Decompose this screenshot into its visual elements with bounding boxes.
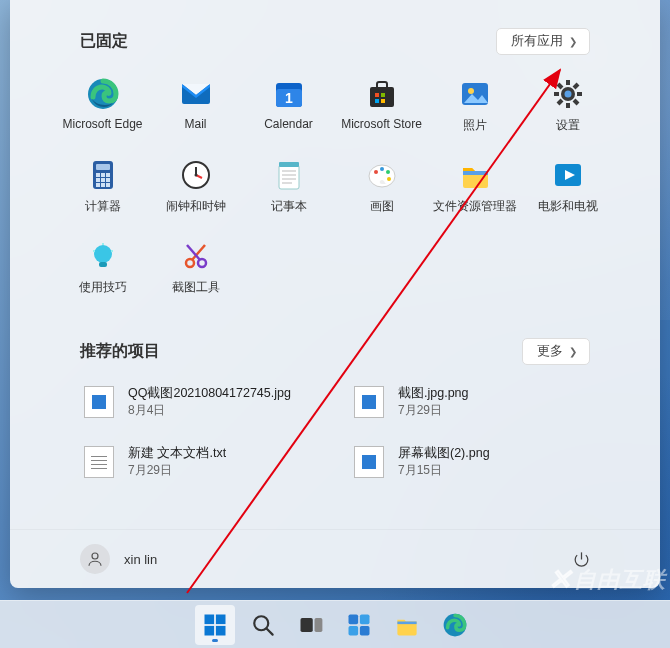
taskbar	[0, 600, 670, 648]
pinned-section-header: 已固定 所有应用 ❯	[10, 0, 660, 71]
taskbar-edge-button[interactable]	[435, 605, 475, 645]
start-menu-panel: 已固定 所有应用 ❯ Microsoft Edge Mail Calendar …	[10, 0, 660, 588]
pinned-app-notepad[interactable]: 记事本	[242, 152, 335, 221]
all-apps-button[interactable]: 所有应用 ❯	[496, 28, 590, 55]
file-name: 屏幕截图(2).png	[398, 445, 490, 462]
pinned-app-tips[interactable]: 使用技巧	[56, 233, 149, 302]
file-thumbnail-icon	[84, 446, 114, 478]
store-icon	[365, 77, 399, 111]
pinned-app-photos[interactable]: 照片	[428, 71, 521, 140]
pinned-app-store[interactable]: Microsoft Store	[335, 71, 428, 140]
chevron-right-icon: ❯	[569, 346, 577, 357]
app-label: Microsoft Store	[341, 117, 422, 131]
file-thumbnail-icon	[84, 386, 114, 418]
pinned-apps-grid: Microsoft Edge Mail Calendar Microsoft S…	[10, 71, 660, 302]
user-name-label: xin lin	[124, 552, 157, 567]
pinned-app-edge[interactable]: Microsoft Edge	[56, 71, 149, 140]
file-date: 7月29日	[128, 462, 226, 479]
recommended-item[interactable]: 截图.jpg.png 7月29日	[350, 381, 590, 423]
movies-icon	[551, 158, 585, 192]
pinned-app-snip[interactable]: 截图工具	[149, 233, 242, 302]
pinned-app-movies[interactable]: 电影和电视	[521, 152, 614, 221]
photos-icon	[458, 77, 492, 111]
more-label: 更多	[537, 343, 563, 360]
app-label: 截图工具	[172, 279, 220, 296]
explorer-icon	[458, 158, 492, 192]
app-label: 计算器	[85, 198, 121, 215]
pinned-app-explorer[interactable]: 文件资源管理器	[428, 152, 521, 221]
svg-point-0	[92, 553, 98, 559]
file-date: 7月29日	[398, 402, 468, 419]
widgets-icon	[345, 611, 373, 639]
notepad-icon	[272, 158, 306, 192]
paint-icon	[365, 158, 399, 192]
taskbar-search-button[interactable]	[243, 605, 283, 645]
calendar-icon	[272, 77, 306, 111]
app-label: 照片	[463, 117, 487, 134]
pinned-app-calendar[interactable]: Calendar	[242, 71, 335, 140]
more-button[interactable]: 更多 ❯	[522, 338, 590, 365]
user-account-button[interactable]: xin lin	[80, 544, 157, 574]
file-date: 7月15日	[398, 462, 490, 479]
app-label: 文件资源管理器	[433, 198, 517, 215]
file-thumbnail-icon	[354, 446, 384, 478]
file-name: QQ截图20210804172745.jpg	[128, 385, 291, 402]
file-name: 截图.jpg.png	[398, 385, 468, 402]
snip-icon	[179, 239, 213, 273]
edge-icon	[441, 611, 469, 639]
settings-icon	[551, 77, 585, 111]
pinned-app-paint[interactable]: 画图	[335, 152, 428, 221]
chevron-right-icon: ❯	[569, 36, 577, 47]
app-label: 电影和电视	[538, 198, 598, 215]
taskbar-widgets-button[interactable]	[339, 605, 379, 645]
recommended-section-header: 推荐的项目 更多 ❯	[10, 302, 660, 381]
recommended-grid: QQ截图20210804172745.jpg 8月4日 截图.jpg.png 7…	[10, 381, 660, 483]
app-label: Microsoft Edge	[62, 117, 142, 131]
explorer-icon	[393, 611, 421, 639]
watermark-text: ✕ 自由互联	[548, 563, 666, 596]
avatar-icon	[80, 544, 110, 574]
pinned-app-settings[interactable]: 设置	[521, 71, 614, 140]
app-label: 画图	[370, 198, 394, 215]
search-icon	[249, 611, 277, 639]
pinned-app-mail[interactable]: Mail	[149, 71, 242, 140]
taskbar-start-button[interactable]	[195, 605, 235, 645]
pinned-title: 已固定	[80, 31, 128, 52]
file-thumbnail-icon	[354, 386, 384, 418]
taskbar-explorer-button[interactable]	[387, 605, 427, 645]
all-apps-label: 所有应用	[511, 33, 563, 50]
app-label: 使用技巧	[79, 279, 127, 296]
recommended-item[interactable]: 新建 文本文档.txt 7月29日	[80, 441, 320, 483]
file-name: 新建 文本文档.txt	[128, 445, 226, 462]
pinned-app-clock[interactable]: 闹钟和时钟	[149, 152, 242, 221]
mail-icon	[179, 77, 213, 111]
clock-icon	[179, 158, 213, 192]
recommended-item[interactable]: QQ截图20210804172745.jpg 8月4日	[80, 381, 320, 423]
pinned-app-calculator[interactable]: 计算器	[56, 152, 149, 221]
app-label: 记事本	[271, 198, 307, 215]
start-icon	[201, 611, 229, 639]
calculator-icon	[86, 158, 120, 192]
app-label: Calendar	[264, 117, 313, 131]
watermark-logo-icon: ✕	[548, 563, 572, 596]
taskview-icon	[297, 611, 325, 639]
tips-icon	[86, 239, 120, 273]
app-label: 闹钟和时钟	[166, 198, 226, 215]
app-label: 设置	[556, 117, 580, 134]
taskbar-taskview-button[interactable]	[291, 605, 331, 645]
recommended-title: 推荐的项目	[80, 341, 160, 362]
edge-icon	[86, 77, 120, 111]
file-date: 8月4日	[128, 402, 291, 419]
app-label: Mail	[184, 117, 206, 131]
recommended-item[interactable]: 屏幕截图(2).png 7月15日	[350, 441, 590, 483]
